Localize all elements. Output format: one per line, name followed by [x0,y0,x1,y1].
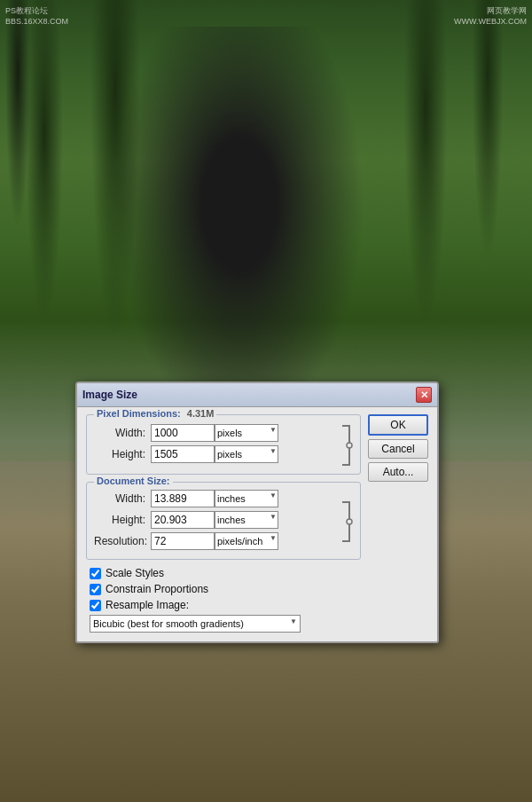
pixel-inputs: Width: pixels percent Height: [94,424,338,467]
pixel-height-row: Height: pixels percent [94,445,338,463]
doc-width-row: Width: inches cm mm points picas columns [94,490,338,507]
pixel-chain-icon [340,422,353,468]
constrain-proportions-checkbox[interactable] [90,584,101,595]
dialog-buttons: OK Cancel Auto... [368,414,428,633]
resample-image-checkbox[interactable] [90,600,101,611]
pixel-width-input[interactable] [151,424,215,442]
watermark-left: PS教程论坛BBS.16XX8.COM [5,5,68,26]
dialog-form: Pixel Dimensions: 4.31M Width: pixels [86,414,361,633]
doc-height-unit-wrapper: inches cm mm points picas [215,511,278,529]
doc-width-label: Width: [94,492,145,505]
resolution-input[interactable] [151,532,215,550]
close-button[interactable]: ✕ [416,387,432,403]
cancel-button[interactable]: Cancel [368,439,428,459]
pixel-dimensions-value: 4.31M [187,408,215,419]
resample-image-row: Resample Image: [90,599,361,611]
pixel-height-label: Height: [94,448,145,460]
doc-width-unit-wrapper: inches cm mm points picas columns [215,490,278,507]
resample-dropdown-row: Bicubic (best for smooth gradients) Bicu… [90,615,361,633]
doc-width-unit-select[interactable]: inches cm mm points picas columns [215,490,278,507]
pixel-dimensions-label: Pixel Dimensions: 4.31M [94,408,216,419]
scale-styles-row: Scale Styles [90,567,361,579]
pixel-link-bracket [338,422,353,468]
resolution-row: Resolution: pixels/inch pixels/cm [94,532,338,550]
resample-image-label: Resample Image: [106,599,189,611]
dialog-title: Image Size [82,389,137,401]
doc-height-unit-select[interactable]: inches cm mm points picas [215,511,278,529]
pixel-width-unit-wrapper: pixels percent [215,424,278,442]
pixel-width-label: Width: [94,427,145,439]
doc-link-bracket [338,499,353,545]
resample-select-wrapper: Bicubic (best for smooth gradients) Bicu… [90,615,301,633]
pixel-height-unit-wrapper: pixels percent [215,445,278,463]
constrain-proportions-label: Constrain Proportions [106,583,208,595]
pixel-dimensions-group: Pixel Dimensions: 4.31M Width: pixels [86,414,361,475]
watermark-right: 网页教学网WWW.WEBJX.COM [454,5,527,26]
doc-height-input[interactable] [151,511,215,529]
doc-width-input[interactable] [151,490,215,507]
document-size-group: Document Size: Width: inches cm mm [86,482,361,560]
dialog-body: Pixel Dimensions: 4.31M Width: pixels [77,407,437,641]
image-size-dialog: Image Size ✕ Pixel Dimensions: 4.31M Wid… [75,381,439,643]
document-inputs: Width: inches cm mm points picas columns [94,490,338,554]
document-size-label: Document Size: [94,476,173,486]
pixel-height-unit-select[interactable]: pixels percent [215,445,278,463]
resolution-unit-select[interactable]: pixels/inch pixels/cm [215,532,278,550]
ok-button[interactable]: OK [368,414,428,436]
doc-chain-icon [340,499,353,545]
resolution-label: Resolution: [94,535,145,547]
dialog-titlebar: Image Size ✕ [77,383,437,407]
doc-height-row: Height: inches cm mm points picas [94,511,338,529]
scale-styles-label: Scale Styles [106,567,164,579]
document-size-rows: Width: inches cm mm points picas columns [94,490,353,554]
pixel-width-row: Width: pixels percent [94,424,338,442]
pixel-height-input[interactable] [151,445,215,463]
doc-height-label: Height: [94,514,145,526]
scale-styles-checkbox[interactable] [90,568,101,579]
resample-method-select[interactable]: Bicubic (best for smooth gradients) Bicu… [90,615,301,633]
pixel-dimensions-rows: Width: pixels percent Height: [94,422,353,468]
resolution-unit-wrapper: pixels/inch pixels/cm [215,532,278,550]
auto-button[interactable]: Auto... [368,462,428,482]
constrain-proportions-row: Constrain Proportions [90,583,361,595]
pixel-width-unit-select[interactable]: pixels percent [215,424,278,442]
